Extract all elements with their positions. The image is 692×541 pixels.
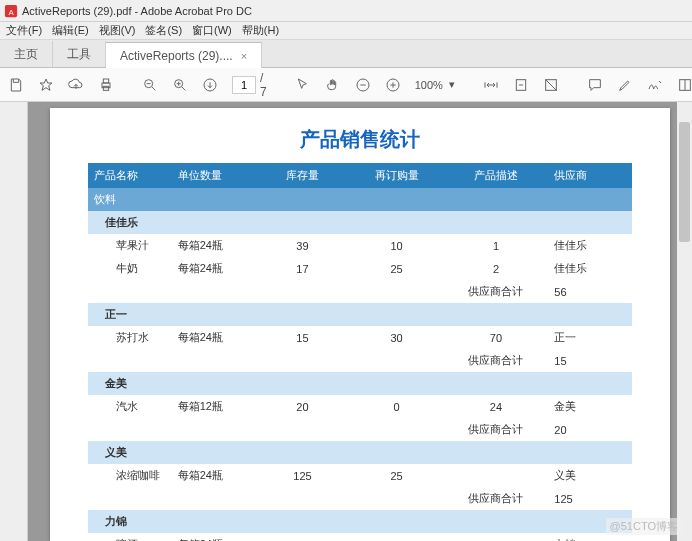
cell-c2: 每箱24瓶: [172, 533, 256, 541]
read-mode-icon[interactable]: [543, 76, 559, 94]
cell-c6: 金美: [548, 395, 632, 418]
sign-icon[interactable]: [647, 76, 663, 94]
cell-c3: 20: [255, 395, 349, 418]
cell-c4: [350, 372, 444, 395]
vertical-scrollbar[interactable]: [677, 102, 692, 541]
table-row: 苹果汁每箱24瓶39101佳佳乐: [88, 234, 632, 257]
subtotal-row: 供应商合计15: [88, 349, 632, 372]
cell-c4: [350, 418, 444, 441]
cell-c3: [255, 188, 349, 211]
cell-c3: 库存量: [255, 163, 349, 188]
tab-home[interactable]: 主页: [0, 41, 53, 67]
more-tools-icon[interactable]: [677, 76, 692, 94]
zoom-minus-icon[interactable]: [355, 76, 371, 94]
cell-c6: [548, 211, 632, 234]
zoom-level[interactable]: 100%▾: [415, 78, 455, 91]
cell-c4: 25: [350, 464, 444, 487]
report-table: 产品名称单位数量库存量再订购量产品描述供应商饮料 佳佳乐 苹果汁每箱24瓶391…: [88, 163, 632, 541]
hand-tool-icon[interactable]: [325, 76, 341, 94]
window-title: ActiveReports (29).pdf - Adobe Acrobat P…: [22, 5, 252, 17]
menu-sign[interactable]: 签名(S): [145, 23, 182, 38]
menu-edit[interactable]: 编辑(E): [52, 23, 89, 38]
table-row: 汽水每箱12瓶20024金美: [88, 395, 632, 418]
cell-c4: [350, 280, 444, 303]
save-icon[interactable]: [8, 76, 24, 94]
cell-c4: [350, 303, 444, 326]
highlight-icon[interactable]: [617, 76, 633, 94]
select-tool-icon[interactable]: [295, 76, 311, 94]
cell-c3: [255, 303, 349, 326]
cell-c2: [172, 349, 256, 372]
tab-close-icon[interactable]: ×: [241, 50, 247, 62]
tab-document[interactable]: ActiveReports (29).... ×: [106, 42, 262, 68]
menu-bar: 文件(F) 编辑(E) 视图(V) 签名(S) 窗口(W) 帮助(H): [0, 22, 692, 40]
fit-page-icon[interactable]: [513, 76, 529, 94]
cell-c4: [350, 487, 444, 510]
category-row: 饮料: [88, 188, 632, 211]
cell-c2: 单位数量: [172, 163, 256, 188]
cell-c3: [255, 418, 349, 441]
fit-width-icon[interactable]: [483, 76, 499, 94]
cell-c2: [172, 372, 256, 395]
cell-c6: 义美: [548, 464, 632, 487]
menu-file[interactable]: 文件(F): [6, 23, 42, 38]
group-row: 金美: [88, 372, 632, 395]
menu-view[interactable]: 视图(V): [99, 23, 136, 38]
cell-c5: 1: [444, 234, 549, 257]
cell-c3: 17: [255, 257, 349, 280]
cell-c1: 义美: [88, 441, 172, 464]
group-row: 义美: [88, 441, 632, 464]
cell-c4: 10: [350, 234, 444, 257]
left-sidebar[interactable]: [0, 102, 28, 541]
zoom-out-icon[interactable]: [142, 76, 158, 94]
pdf-page: 产品销售统计 产品名称单位数量库存量再订购量产品描述供应商饮料 佳佳乐 苹果汁每…: [50, 108, 670, 541]
cell-c1: 力锦: [88, 510, 172, 533]
star-icon[interactable]: [38, 76, 54, 94]
window-titlebar: A ActiveReports (29).pdf - Adobe Acrobat…: [0, 0, 692, 22]
page-down-icon[interactable]: [202, 76, 218, 94]
cloud-upload-icon[interactable]: [68, 76, 84, 94]
page-current-input[interactable]: [232, 76, 256, 94]
cell-c1: 啤酒: [88, 533, 172, 541]
scrollbar-thumb[interactable]: [679, 122, 690, 242]
group-row: 正一: [88, 303, 632, 326]
cell-c4: [350, 349, 444, 372]
zoom-in-icon[interactable]: [172, 76, 188, 94]
chevron-down-icon: ▾: [449, 78, 455, 91]
cell-c3: [255, 211, 349, 234]
cell-c1: [88, 349, 172, 372]
document-viewport: 产品销售统计 产品名称单位数量库存量再订购量产品描述供应商饮料 佳佳乐 苹果汁每…: [0, 102, 692, 541]
menu-window[interactable]: 窗口(W): [192, 23, 232, 38]
cell-c5: 供应商合计: [444, 349, 549, 372]
tab-tools[interactable]: 工具: [53, 41, 106, 67]
cell-c4: 15: [350, 533, 444, 541]
zoom-plus-icon[interactable]: [385, 76, 401, 94]
cell-c3: [255, 349, 349, 372]
cell-c4: [350, 441, 444, 464]
pdf-app-icon: A: [4, 4, 18, 18]
comment-icon[interactable]: [587, 76, 603, 94]
cell-c3: 125: [255, 464, 349, 487]
watermark: @51CTO博客: [606, 518, 682, 535]
cell-c5: 供应商合计: [444, 487, 549, 510]
table-row: 浓缩咖啡每箱24瓶12525义美: [88, 464, 632, 487]
cell-c1: 佳佳乐: [88, 211, 172, 234]
cell-c2: [172, 188, 256, 211]
cell-c2: 每箱24瓶: [172, 326, 256, 349]
cell-c2: [172, 211, 256, 234]
cell-c4: 再订购量: [350, 163, 444, 188]
print-icon[interactable]: [98, 76, 114, 94]
cell-c6: 佳佳乐: [548, 234, 632, 257]
cell-c5: 70: [444, 326, 549, 349]
cell-c6: [548, 303, 632, 326]
cell-c4: 25: [350, 257, 444, 280]
cell-c3: [255, 280, 349, 303]
svg-text:A: A: [8, 7, 14, 16]
svg-rect-3: [103, 79, 108, 83]
cell-c5: 产品描述: [444, 163, 549, 188]
subtotal-row: 供应商合计20: [88, 418, 632, 441]
cell-c6: 125: [548, 487, 632, 510]
cell-c5: 34: [444, 533, 549, 541]
cell-c1: [88, 487, 172, 510]
menu-help[interactable]: 帮助(H): [242, 23, 279, 38]
